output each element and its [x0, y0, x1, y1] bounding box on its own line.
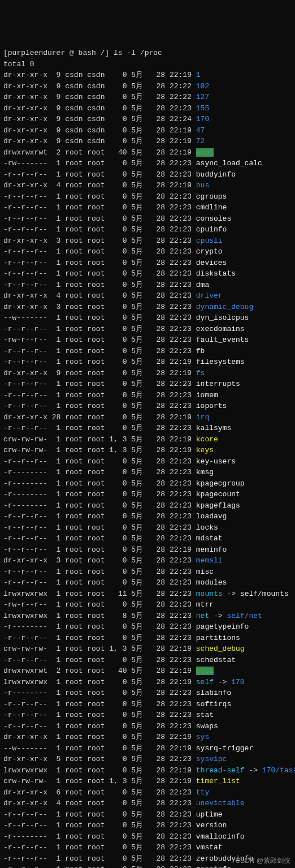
perm: -r--r--r-- [3, 578, 47, 587]
day: 28 [157, 700, 166, 708]
month: 5月 [131, 291, 148, 300]
month: 5月 [131, 93, 148, 101]
owner: csdn [65, 137, 83, 145]
perm: drwxrwxrwt [3, 148, 47, 157]
day: 28 [157, 832, 166, 841]
listing-row: -r--r--r-- 1 root root 0 5月 28 22:23 kal… [3, 423, 292, 434]
group: root [87, 369, 105, 377]
size: 0 [109, 711, 127, 719]
month: 5月 [131, 568, 148, 576]
listing-row: -r-------- 1 root root 0 5月 28 22:23 vma… [3, 831, 292, 843]
links: 1 [47, 854, 60, 863]
day: 28 [157, 402, 166, 410]
day: 28 [157, 600, 166, 609]
links: 9 [47, 137, 60, 145]
month: 5月 [131, 468, 148, 476]
group: root [87, 755, 105, 763]
day: 28 [157, 247, 166, 256]
day: 28 [157, 159, 166, 167]
owner: root [65, 678, 83, 686]
size: 0 [109, 733, 127, 741]
perm: dr-xr-xr-x [3, 369, 47, 377]
group: root [87, 678, 105, 686]
group: root [87, 810, 105, 819]
file-name: bus [196, 181, 209, 190]
month: 5月 [131, 192, 148, 201]
time: 22:19 [170, 369, 192, 377]
day: 28 [157, 203, 166, 212]
links: 1 [47, 479, 60, 488]
perm: -r--r--r-- [3, 656, 47, 664]
listing-row: -r--r--r-- 1 root root 0 5月 28 22:23 ver… [3, 820, 292, 831]
links: 1 [47, 225, 60, 234]
day: 28 [157, 523, 166, 532]
size: 0 [109, 247, 127, 256]
owner: root [65, 700, 83, 708]
perm: crw-rw-rw- [3, 435, 47, 444]
size: 0 [109, 843, 127, 852]
month: 5月 [131, 402, 148, 410]
file-name: key-users [196, 457, 236, 466]
owner: root [65, 313, 83, 322]
owner: root [65, 612, 83, 620]
owner: root [65, 534, 83, 543]
perm: dr-xr-xr-x [3, 556, 47, 565]
perm: dr-xr-xr-x [3, 71, 47, 79]
day: 28 [157, 490, 166, 499]
owner: csdn [65, 71, 83, 79]
month: 5月 [131, 115, 148, 123]
perm: -r--r--r-- [3, 192, 47, 201]
perm: -r--r--r-- [3, 225, 47, 234]
links: 1 [47, 612, 60, 620]
day: 28 [157, 667, 166, 675]
time: 22:23 [170, 402, 192, 410]
group: root [87, 777, 105, 785]
time: 22:19 [170, 733, 192, 741]
group: root [87, 325, 105, 333]
listing-row: dr-xr-xr-x 4 root root 0 5月 28 22:23 dri… [3, 290, 292, 302]
file-name: self [196, 678, 214, 686]
time: 22:23 [170, 457, 192, 466]
listing-row: -r--r--r-- 1 root root 0 5月 28 22:23 sta… [3, 710, 292, 721]
month: 5月 [131, 512, 148, 521]
day: 28 [157, 380, 166, 388]
size: 0 [109, 512, 127, 521]
group: root [87, 689, 105, 697]
terminal-output[interactable]: [purpleendurer @ bash /] ls -l /proctota… [3, 48, 292, 868]
month: 5月 [131, 799, 148, 807]
perm: dr-xr-xr-x [3, 303, 47, 311]
group: root [87, 380, 105, 388]
links: 1 [47, 435, 60, 444]
listing-row: -r--r--r-- 1 root root 0 5月 28 22:23 par… [3, 633, 292, 644]
perm: dr-xr-xr-x [3, 181, 47, 190]
owner: root [65, 821, 83, 830]
time: 22:19 [170, 137, 192, 145]
month: 5月 [131, 313, 148, 322]
group: root [87, 501, 105, 510]
listing-row: -r-------- 1 root root 0 5月 28 22:23 kms… [3, 467, 292, 478]
listing-row: lrwxrwxrwx 1 root root 11 5月 28 22:23 mo… [3, 588, 292, 600]
file-name: sched_debug [196, 644, 245, 653]
size: 0 [109, 192, 127, 201]
time: 22:23 [170, 347, 192, 355]
group: root [87, 821, 105, 830]
time: 22:23 [170, 788, 192, 797]
month: 5月 [131, 336, 148, 344]
time: 22:23 [170, 479, 192, 488]
links: 1 [47, 336, 60, 344]
day: 28 [157, 214, 166, 223]
links: 1 [47, 192, 60, 201]
links: 1 [47, 733, 60, 741]
size: 0 [109, 391, 127, 399]
file-name: cpusli [196, 237, 223, 245]
perm: dr-xr-xr-x [3, 291, 47, 300]
time: 22:23 [170, 578, 192, 587]
file-name: 127 [196, 93, 209, 101]
size: 0 [109, 281, 127, 289]
links: 9 [47, 93, 60, 101]
group: root [87, 170, 105, 179]
time: 22:23 [170, 832, 192, 841]
file-name: execdomains [196, 325, 245, 333]
time: 22:23 [170, 424, 192, 432]
file-name: loadavg [196, 512, 227, 521]
